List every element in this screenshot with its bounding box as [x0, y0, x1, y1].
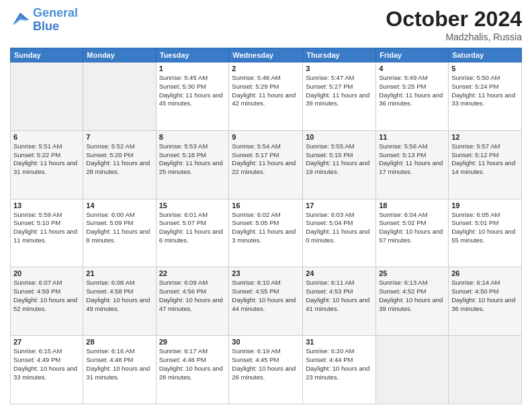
calendar-cell	[376, 336, 449, 404]
day-info: Sunrise: 5:51 AMSunset: 5:22 PMDaylight:…	[13, 142, 80, 177]
page: General Blue October 2024 Madzhalis, Rus…	[0, 0, 532, 411]
calendar-cell: 28Sunrise: 6:16 AMSunset: 4:48 PMDayligh…	[83, 336, 156, 404]
day-number: 13	[13, 201, 80, 210]
day-number: 5	[451, 64, 519, 73]
weekday-header: Friday	[376, 48, 449, 62]
calendar-cell: 3Sunrise: 5:47 AMSunset: 5:27 PMDaylight…	[303, 62, 376, 131]
day-info: Sunrise: 6:13 AMSunset: 4:52 PMDaylight:…	[379, 279, 445, 313]
calendar-cell: 8Sunrise: 5:53 AMSunset: 5:18 PMDaylight…	[156, 130, 229, 199]
day-number: 18	[379, 201, 445, 210]
calendar-week-row: 6Sunrise: 5:51 AMSunset: 5:22 PMDaylight…	[11, 130, 522, 199]
day-info: Sunrise: 6:14 AMSunset: 4:50 PMDaylight:…	[451, 279, 519, 313]
calendar-cell: 24Sunrise: 6:11 AMSunset: 4:53 PMDayligh…	[303, 267, 376, 336]
calendar-cell: 17Sunrise: 6:03 AMSunset: 5:04 PMDayligh…	[303, 199, 376, 267]
month-title: October 2024	[386, 7, 522, 32]
logo-line1: General	[33, 6, 78, 19]
calendar-cell: 5Sunrise: 5:50 AMSunset: 5:24 PMDaylight…	[449, 62, 522, 131]
logo-line2: Blue	[33, 19, 59, 33]
day-info: Sunrise: 6:16 AMSunset: 4:48 PMDaylight:…	[86, 347, 152, 381]
day-number: 26	[451, 269, 519, 277]
day-info: Sunrise: 6:05 AMSunset: 5:01 PMDaylight:…	[451, 211, 519, 245]
calendar-cell: 30Sunrise: 6:19 AMSunset: 4:45 PMDayligh…	[229, 336, 303, 404]
calendar-cell: 31Sunrise: 6:20 AMSunset: 4:44 PMDayligh…	[303, 336, 376, 404]
day-info: Sunrise: 5:45 AMSunset: 5:30 PMDaylight:…	[159, 74, 226, 108]
day-info: Sunrise: 6:01 AMSunset: 5:07 PMDaylight:…	[159, 211, 226, 245]
calendar-cell: 12Sunrise: 5:57 AMSunset: 5:12 PMDayligh…	[449, 130, 522, 199]
day-number: 8	[159, 133, 226, 141]
day-number: 12	[451, 133, 519, 141]
day-info: Sunrise: 5:46 AMSunset: 5:29 PMDaylight:…	[232, 74, 300, 108]
day-info: Sunrise: 6:15 AMSunset: 4:49 PMDaylight:…	[13, 347, 80, 381]
calendar-cell: 13Sunrise: 5:59 AMSunset: 5:10 PMDayligh…	[11, 199, 83, 267]
calendar-cell: 7Sunrise: 5:52 AMSunset: 5:20 PMDaylight…	[83, 130, 156, 199]
header: General Blue October 2024 Madzhalis, Rus…	[10, 7, 522, 42]
day-info: Sunrise: 5:56 AMSunset: 5:13 PMDaylight:…	[379, 142, 445, 177]
calendar-cell: 22Sunrise: 6:09 AMSunset: 4:56 PMDayligh…	[156, 267, 229, 336]
day-number: 15	[159, 201, 226, 210]
calendar-week-row: 20Sunrise: 6:07 AMSunset: 4:59 PMDayligh…	[11, 267, 522, 336]
calendar-cell: 11Sunrise: 5:56 AMSunset: 5:13 PMDayligh…	[376, 130, 449, 199]
calendar-cell: 9Sunrise: 5:54 AMSunset: 5:17 PMDaylight…	[229, 130, 303, 199]
calendar-cell: 15Sunrise: 6:01 AMSunset: 5:07 PMDayligh…	[156, 199, 229, 267]
day-number: 1	[159, 64, 226, 73]
day-info: Sunrise: 6:17 AMSunset: 4:46 PMDaylight:…	[159, 347, 226, 381]
day-number: 29	[159, 338, 226, 346]
day-info: Sunrise: 5:52 AMSunset: 5:20 PMDaylight:…	[86, 142, 152, 177]
calendar-header-row: SundayMondayTuesdayWednesdayThursdayFrid…	[11, 48, 522, 62]
day-info: Sunrise: 5:54 AMSunset: 5:17 PMDaylight:…	[232, 142, 300, 177]
day-number: 11	[379, 133, 445, 141]
day-number: 4	[379, 64, 445, 73]
day-info: Sunrise: 6:10 AMSunset: 4:55 PMDaylight:…	[232, 279, 300, 313]
weekday-header: Monday	[83, 48, 156, 62]
day-number: 27	[13, 338, 80, 346]
calendar-cell: 20Sunrise: 6:07 AMSunset: 4:59 PMDayligh…	[11, 267, 83, 336]
day-number: 9	[232, 133, 300, 141]
day-info: Sunrise: 6:08 AMSunset: 4:58 PMDaylight:…	[86, 279, 152, 313]
day-info: Sunrise: 6:00 AMSunset: 5:09 PMDaylight:…	[86, 211, 152, 245]
day-number: 17	[306, 201, 373, 210]
day-info: Sunrise: 6:20 AMSunset: 4:44 PMDaylight:…	[306, 347, 373, 381]
title-block: October 2024 Madzhalis, Russia	[386, 7, 522, 42]
day-number: 3	[306, 64, 373, 73]
day-info: Sunrise: 5:59 AMSunset: 5:10 PMDaylight:…	[13, 211, 80, 245]
calendar-cell: 10Sunrise: 5:55 AMSunset: 5:15 PMDayligh…	[303, 130, 376, 199]
calendar-cell: 25Sunrise: 6:13 AMSunset: 4:52 PMDayligh…	[376, 267, 449, 336]
day-number: 30	[232, 338, 300, 346]
day-info: Sunrise: 5:53 AMSunset: 5:18 PMDaylight:…	[159, 142, 226, 177]
logo-icon	[10, 10, 30, 30]
day-number: 14	[86, 201, 152, 210]
logo-text: General Blue	[33, 7, 78, 34]
calendar-cell: 21Sunrise: 6:08 AMSunset: 4:58 PMDayligh…	[83, 267, 156, 336]
weekday-header: Sunday	[11, 48, 83, 62]
day-info: Sunrise: 5:49 AMSunset: 5:25 PMDaylight:…	[379, 74, 445, 108]
calendar-cell: 4Sunrise: 5:49 AMSunset: 5:25 PMDaylight…	[376, 62, 449, 131]
calendar-cell: 2Sunrise: 5:46 AMSunset: 5:29 PMDaylight…	[229, 62, 303, 131]
calendar-cell: 27Sunrise: 6:15 AMSunset: 4:49 PMDayligh…	[11, 336, 83, 404]
location: Madzhalis, Russia	[386, 32, 522, 42]
calendar-cell: 26Sunrise: 6:14 AMSunset: 4:50 PMDayligh…	[449, 267, 522, 336]
day-info: Sunrise: 6:02 AMSunset: 5:05 PMDaylight:…	[232, 211, 300, 245]
weekday-header: Saturday	[449, 48, 522, 62]
calendar-cell: 18Sunrise: 6:04 AMSunset: 5:02 PMDayligh…	[376, 199, 449, 267]
day-number: 23	[232, 269, 300, 277]
day-info: Sunrise: 5:50 AMSunset: 5:24 PMDaylight:…	[451, 74, 519, 108]
day-number: 25	[379, 269, 445, 277]
calendar-week-row: 13Sunrise: 5:59 AMSunset: 5:10 PMDayligh…	[11, 199, 522, 267]
weekday-header: Tuesday	[156, 48, 229, 62]
calendar-cell	[11, 62, 83, 131]
day-info: Sunrise: 6:03 AMSunset: 5:04 PMDaylight:…	[306, 211, 373, 245]
day-number: 24	[306, 269, 373, 277]
day-number: 28	[86, 338, 152, 346]
day-number: 7	[86, 133, 152, 141]
day-number: 20	[13, 269, 80, 277]
day-info: Sunrise: 6:11 AMSunset: 4:53 PMDaylight:…	[306, 279, 373, 313]
day-number: 16	[232, 201, 300, 210]
calendar-cell: 6Sunrise: 5:51 AMSunset: 5:22 PMDaylight…	[11, 130, 83, 199]
day-number: 31	[306, 338, 373, 346]
calendar-week-row: 1Sunrise: 5:45 AMSunset: 5:30 PMDaylight…	[11, 62, 522, 131]
calendar-cell: 16Sunrise: 6:02 AMSunset: 5:05 PMDayligh…	[229, 199, 303, 267]
calendar-cell	[83, 62, 156, 131]
day-number: 21	[86, 269, 152, 277]
calendar-cell: 29Sunrise: 6:17 AMSunset: 4:46 PMDayligh…	[156, 336, 229, 404]
day-info: Sunrise: 5:57 AMSunset: 5:12 PMDaylight:…	[451, 142, 519, 177]
